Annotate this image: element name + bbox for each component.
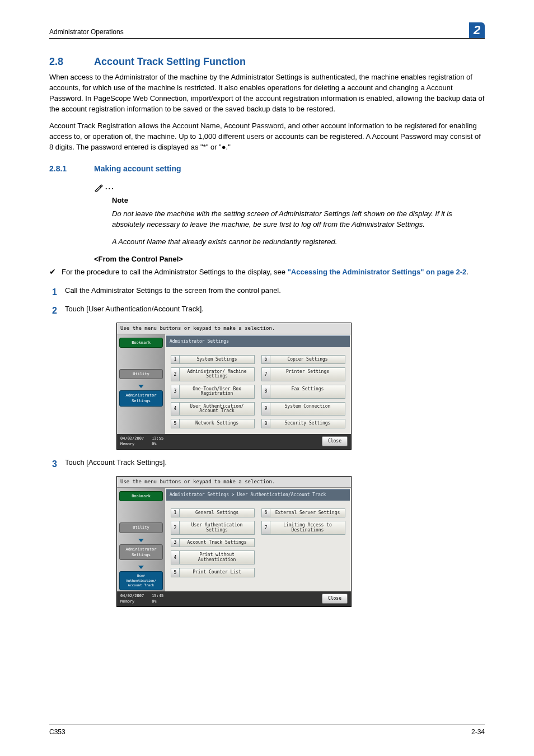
menu-option-label: Printer Settings: [270, 367, 345, 381]
status-memory-label: Memory: [120, 441, 144, 447]
status-memory-label: Memory: [120, 599, 144, 604]
bookmark-button[interactable]: Bookmark: [119, 338, 163, 348]
status-memory-pct: 0%: [152, 441, 163, 447]
menu-option[interactable]: 4Print without Authentication: [171, 550, 255, 564]
breadcrumb: Administrator Settings: [166, 335, 350, 347]
paragraph-2: Account Track Registration allows the Ac…: [49, 121, 485, 153]
menu-option-label: Security Settings: [270, 419, 345, 428]
menu-option[interactable]: 2User Authentication Settings: [171, 521, 255, 535]
menu-option-number: 1: [171, 508, 179, 517]
close-button[interactable]: Close: [322, 436, 348, 446]
xref-link[interactable]: "Accessing the Administrator Settings" o…: [288, 268, 467, 276]
breadcrumb: Administrator Settings > User Authentica…: [166, 489, 350, 501]
menu-option[interactable]: 8Fax Settings: [261, 385, 345, 399]
status-memory-pct: 0%: [152, 599, 163, 604]
device-screenshot-1: Use the menu buttons or keypad to make a…: [116, 323, 352, 450]
subsection-number: 2.8.1: [49, 163, 94, 174]
section-title: Account Track Setting Function: [94, 54, 246, 69]
menu-option-label: User Authentication Settings: [179, 521, 255, 535]
step-number: 1: [49, 286, 57, 298]
utility-button[interactable]: Utility: [119, 369, 163, 379]
checkmark-icon: ✔: [49, 267, 56, 278]
chevron-down-icon: [138, 539, 144, 542]
chapter-badge: 2: [469, 22, 485, 38]
menu-option[interactable]: 6Copier Settings: [261, 355, 345, 364]
user-auth-button[interactable]: User Authentication/ Account Track: [119, 571, 163, 590]
chevron-down-icon: [138, 385, 144, 388]
bullet-text: For the procedure to call the Administra…: [62, 267, 469, 278]
menu-option[interactable]: 5Print Counter List: [171, 568, 255, 577]
step-text: Touch [User Authentication/Account Track…: [65, 304, 204, 317]
note-label: Note: [112, 195, 485, 206]
menu-option-number: 6: [261, 355, 270, 364]
menu-option-number: 4: [171, 550, 179, 564]
step-text: Touch [Account Track Settings].: [65, 458, 167, 470]
menu-option[interactable]: 1General Settings: [171, 508, 255, 517]
admin-settings-button[interactable]: Administrator Settings: [119, 390, 163, 406]
menu-option-number: 6: [261, 508, 270, 517]
subsection-title: Making account setting: [94, 163, 181, 174]
device-screenshot-2: Use the menu buttons or keypad to make a…: [116, 476, 352, 607]
menu-option-number: 8: [261, 385, 270, 399]
menu-option-number: 0: [261, 419, 270, 428]
status-date: 04/02/2007: [120, 436, 144, 441]
chevron-down-icon: [138, 566, 144, 569]
menu-option[interactable]: 3Account Track Settings: [171, 538, 255, 547]
menu-option-number: 3: [171, 538, 179, 547]
menu-option[interactable]: 6External Server Settings: [261, 508, 345, 517]
footer-page: 2-34: [471, 727, 485, 737]
status-time: 13:55: [152, 436, 163, 441]
admin-settings-button[interactable]: Administrator Settings: [119, 544, 163, 560]
screen-instruction: Use the menu buttons or keypad to make a…: [117, 477, 351, 488]
step-text: Call the Administrator Settings to the s…: [65, 286, 281, 298]
menu-option[interactable]: 7Printer Settings: [261, 367, 345, 381]
menu-option-label: Copier Settings: [270, 355, 345, 364]
menu-option-label: System Settings: [179, 355, 255, 364]
menu-option-label: User Authentication/ Account Track: [179, 402, 255, 416]
menu-option-label: General Settings: [179, 508, 255, 517]
menu-option[interactable]: 4User Authentication/ Account Track: [171, 402, 255, 416]
step-number: 2: [49, 304, 57, 317]
footer-model: C353: [49, 727, 65, 737]
menu-option-label: Print without Authentication: [179, 550, 255, 564]
section-number: 2.8: [49, 54, 94, 69]
menu-option-label: External Server Settings: [270, 508, 345, 517]
menu-option-number: 2: [171, 521, 179, 535]
paragraph-1: When access to the Administrator of the …: [49, 72, 485, 114]
menu-option-label: Account Track Settings: [179, 538, 255, 547]
note-body-1: Do not leave the machine with the settin…: [112, 209, 485, 230]
bookmark-button[interactable]: Bookmark: [119, 491, 163, 501]
menu-option-number: 5: [171, 568, 179, 577]
menu-option-label: One-Touch/User Box Registration: [179, 385, 255, 399]
menu-option-label: Network Settings: [179, 419, 255, 428]
step-number: 3: [49, 458, 57, 470]
utility-button[interactable]: Utility: [119, 522, 163, 533]
status-time: 15:45: [152, 593, 163, 599]
menu-option-number: 5: [171, 419, 179, 428]
running-header: Administrator Operations: [49, 27, 124, 37]
menu-option[interactable]: 0Security Settings: [261, 419, 345, 428]
panel-subheading: <From the Control Panel>: [94, 254, 485, 265]
menu-option-number: 2: [171, 367, 179, 381]
menu-option[interactable]: 5Network Settings: [171, 419, 255, 428]
menu-option-number: 7: [261, 367, 270, 381]
menu-option-number: 7: [261, 521, 270, 535]
screen-instruction: Use the menu buttons or keypad to make a…: [117, 323, 351, 334]
status-date: 04/02/2007: [120, 593, 144, 599]
menu-option-number: 4: [171, 402, 179, 416]
menu-option[interactable]: 3One-Touch/User Box Registration: [171, 385, 255, 399]
menu-option[interactable]: 1System Settings: [171, 355, 255, 364]
note-body-2: A Account Name that already exists canno…: [112, 237, 485, 248]
menu-option-label: Print Counter List: [179, 568, 255, 577]
close-button[interactable]: Close: [322, 594, 348, 604]
note-icon: ...: [94, 182, 115, 193]
menu-option-label: Limiting Access to Destinations: [270, 521, 345, 535]
menu-option[interactable]: 2Administrator/ Machine Settings: [171, 367, 255, 381]
menu-option-number: 9: [261, 402, 270, 416]
menu-option-label: System Connection: [270, 402, 345, 416]
menu-option-number: 3: [171, 385, 179, 399]
menu-option-label: Administrator/ Machine Settings: [179, 367, 255, 381]
menu-option[interactable]: 9System Connection: [261, 402, 345, 416]
menu-option-number: 1: [171, 355, 179, 364]
menu-option[interactable]: 7Limiting Access to Destinations: [261, 521, 345, 535]
